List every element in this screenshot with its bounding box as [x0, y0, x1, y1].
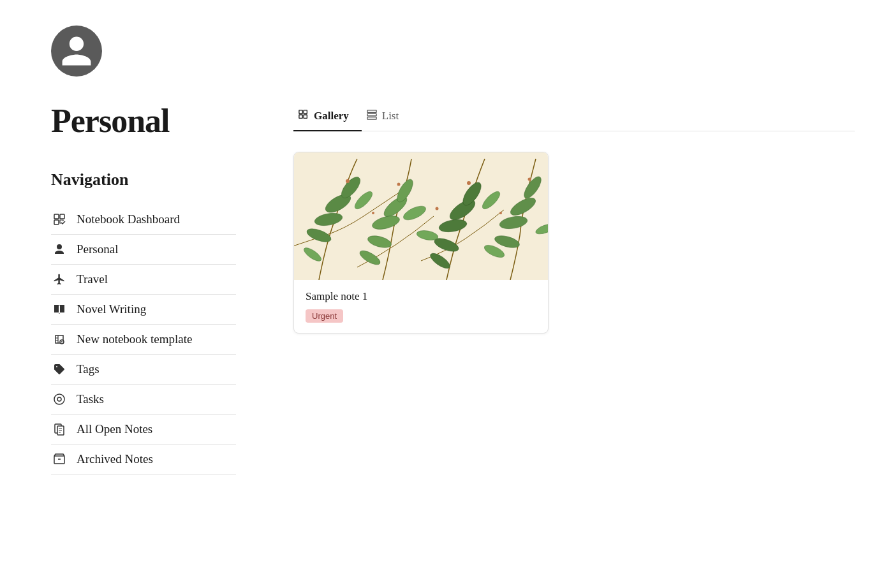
svg-point-47 [436, 207, 439, 210]
nav-list: Notebook DashboardPersonalTravelNovel Wr… [51, 205, 236, 474]
svg-rect-9 [299, 110, 302, 114]
archived-notes-label: Archived Notes [77, 452, 153, 466]
tasks-icon [51, 391, 68, 408]
list-tab-label: List [382, 110, 399, 122]
svg-point-45 [528, 178, 531, 181]
svg-point-5 [57, 397, 61, 401]
nav-item-tags[interactable]: Tags [51, 355, 236, 385]
page-title: Personal [51, 102, 236, 140]
tabs-container: GalleryList [293, 102, 855, 131]
nav-item-personal[interactable]: Personal [51, 235, 236, 265]
note-card-body: Sample note 1Urgent [294, 280, 548, 333]
tasks-label: Tasks [77, 392, 104, 406]
svg-rect-0 [54, 214, 59, 219]
novel-writing-icon [51, 301, 68, 318]
svg-rect-14 [367, 114, 376, 116]
svg-point-42 [346, 179, 350, 183]
note-tag[interactable]: Urgent [306, 309, 343, 323]
nav-item-travel[interactable]: Travel [51, 265, 236, 295]
travel-icon [51, 271, 68, 288]
note-card-image [294, 152, 548, 280]
svg-rect-1 [60, 214, 64, 219]
svg-rect-12 [304, 115, 307, 118]
gallery-tab-label: Gallery [314, 110, 349, 122]
svg-point-4 [54, 394, 64, 404]
tab-list[interactable]: List [362, 102, 411, 131]
travel-label: Travel [77, 272, 108, 286]
tab-gallery[interactable]: Gallery [293, 102, 362, 131]
svg-rect-13 [367, 110, 376, 113]
notebook-dashboard-icon [51, 211, 68, 228]
list-tab-icon [367, 110, 377, 122]
svg-point-43 [397, 183, 401, 186]
personal-label: Personal [77, 242, 118, 256]
gallery-grid: Sample note 1Urgent [293, 152, 855, 334]
nav-item-notebook-dashboard[interactable]: Notebook Dashboard [51, 205, 236, 235]
svg-point-48 [499, 212, 502, 214]
new-notebook-template-label: New notebook template [77, 332, 193, 346]
new-notebook-template-icon [51, 331, 68, 348]
archived-notes-icon [51, 451, 68, 467]
all-open-notes-label: All Open Notes [77, 422, 152, 436]
nav-item-new-notebook-template[interactable]: New notebook template [51, 325, 236, 355]
svg-point-46 [372, 212, 374, 214]
svg-rect-10 [304, 110, 307, 114]
note-card-note-1[interactable]: Sample note 1Urgent [293, 152, 549, 334]
nav-item-tasks[interactable]: Tasks [51, 385, 236, 415]
tags-icon [51, 361, 68, 378]
svg-rect-8 [54, 456, 64, 464]
main-content: GalleryList [268, 0, 893, 588]
nav-item-archived-notes[interactable]: Archived Notes [51, 445, 236, 474]
user-icon [59, 33, 94, 69]
avatar [51, 26, 102, 77]
nav-item-all-open-notes[interactable]: All Open Notes [51, 415, 236, 445]
novel-writing-label: Novel Writing [77, 302, 146, 316]
nav-item-novel-writing[interactable]: Novel Writing [51, 295, 236, 325]
svg-rect-11 [299, 115, 302, 118]
personal-icon [51, 241, 68, 258]
gallery-tab-icon [299, 110, 309, 122]
svg-rect-15 [367, 117, 376, 120]
sidebar: Personal Navigation Notebook DashboardPe… [0, 0, 268, 588]
all-open-notes-icon [51, 421, 68, 437]
tags-label: Tags [77, 362, 100, 376]
svg-rect-2 [54, 220, 59, 224]
svg-point-44 [467, 181, 471, 185]
avatar-container [51, 26, 236, 77]
notebook-dashboard-label: Notebook Dashboard [77, 212, 180, 226]
nav-heading: Navigation [51, 170, 236, 189]
note-card-title: Sample note 1 [306, 290, 536, 303]
